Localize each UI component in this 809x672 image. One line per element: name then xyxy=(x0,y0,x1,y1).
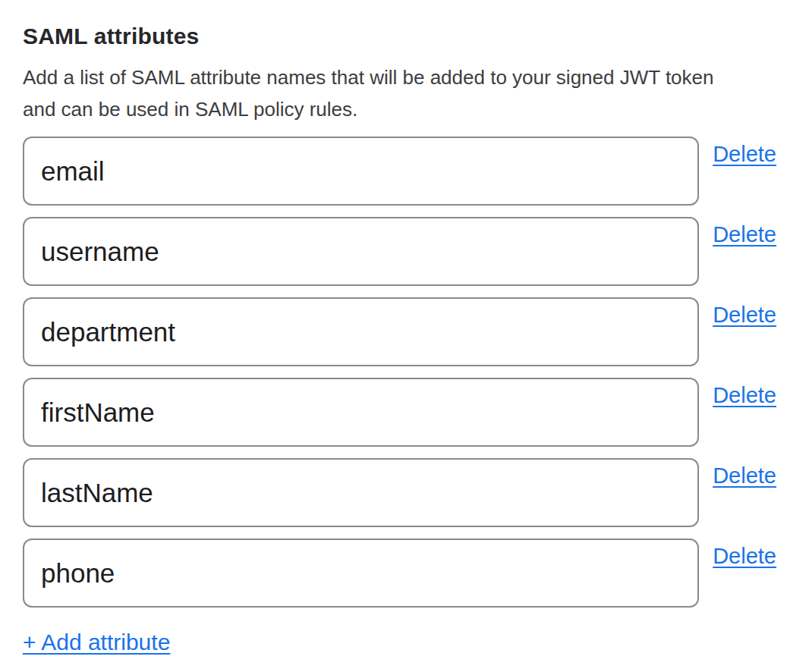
attribute-row: Delete xyxy=(23,378,776,447)
attribute-name-input[interactable] xyxy=(23,137,699,206)
section-title: SAML attributes xyxy=(23,23,776,50)
attribute-name-input[interactable] xyxy=(23,539,699,608)
delete-attribute-link[interactable]: Delete xyxy=(713,221,776,247)
delete-attribute-link[interactable]: Delete xyxy=(713,543,776,569)
attribute-row: Delete xyxy=(23,539,776,608)
attribute-row: Delete xyxy=(23,297,776,366)
attribute-row: Delete xyxy=(23,458,776,527)
attribute-name-input[interactable] xyxy=(23,217,699,286)
attribute-name-input[interactable] xyxy=(23,458,699,527)
attribute-name-input[interactable] xyxy=(23,378,699,447)
attribute-row: Delete xyxy=(23,217,776,286)
section-description-line1: Add a list of SAML attribute names that … xyxy=(23,61,776,93)
attribute-row: Delete xyxy=(23,137,776,206)
saml-attributes-section: SAML attributes Add a list of SAML attri… xyxy=(0,0,809,670)
delete-attribute-link[interactable]: Delete xyxy=(713,382,776,408)
add-attribute-link[interactable]: + Add attribute xyxy=(23,629,170,655)
section-description-line2: and can be used in SAML policy rules. xyxy=(23,93,776,125)
attributes-list: Delete Delete Delete Delete Delete Delet xyxy=(23,137,776,608)
delete-attribute-link[interactable]: Delete xyxy=(713,463,776,488)
attribute-name-input[interactable] xyxy=(23,297,699,366)
delete-attribute-link[interactable]: Delete xyxy=(713,302,776,328)
delete-attribute-link[interactable]: Delete xyxy=(713,141,776,167)
saml-attributes-page: SAML attributes Add a list of SAML attri… xyxy=(0,0,809,672)
section-description: Add a list of SAML attribute names that … xyxy=(23,61,776,125)
